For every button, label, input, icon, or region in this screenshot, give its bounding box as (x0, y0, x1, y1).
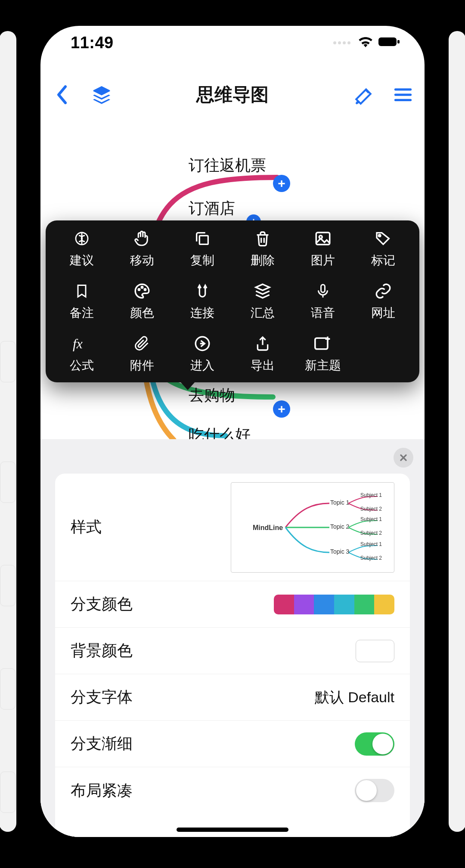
signal-dots-icon (333, 41, 350, 44)
svg-rect-0 (378, 37, 397, 46)
back-button[interactable] (50, 83, 74, 107)
ctx-url[interactable]: 网址 (353, 280, 413, 323)
style-preview: MindLine Topic 1 Topic 2 Topic 3 Subject… (231, 482, 394, 573)
tight-toggle[interactable] (355, 779, 394, 802)
ctx-summary[interactable]: 汇总 (232, 280, 293, 323)
row-label: 背景颜色 (71, 640, 133, 661)
svg-rect-3 (199, 236, 208, 244)
svg-point-7 (138, 289, 140, 291)
paint-brush-button[interactable] (351, 83, 375, 107)
ctx-formula[interactable]: fx 公式 (52, 332, 112, 375)
svg-rect-1 (397, 40, 400, 43)
status-time: 11:49 (71, 34, 114, 52)
picture-icon (313, 229, 332, 248)
home-indicator[interactable] (177, 828, 288, 832)
ctx-copy[interactable]: 复制 (172, 227, 232, 270)
svg-point-8 (141, 287, 143, 288)
branch-color-swatches[interactable] (274, 595, 394, 614)
ctx-delete[interactable]: 删除 (232, 227, 293, 270)
swatch[interactable] (354, 595, 375, 614)
swatch[interactable] (374, 595, 394, 614)
ctx-attach[interactable]: 附件 (112, 332, 172, 375)
row-bg-color[interactable]: 背景颜色 (55, 628, 410, 674)
status-icons (333, 36, 400, 49)
svg-rect-10 (321, 285, 325, 292)
mindmap-node[interactable]: 订往返机票 (189, 155, 266, 176)
row-label: 分支颜色 (71, 594, 133, 615)
arrow-circle-right-icon (193, 334, 212, 353)
row-style[interactable]: 样式 MindLine Topic 1 To (55, 474, 410, 581)
taper-toggle[interactable] (355, 732, 394, 756)
ctx-color[interactable]: 颜色 (112, 280, 172, 323)
row-branch-color[interactable]: 分支颜色 (55, 581, 410, 628)
battery-icon (378, 37, 400, 49)
row-label: 布局紧凑 (71, 780, 133, 801)
hand-icon (133, 229, 152, 248)
ctx-voice[interactable]: 语音 (293, 280, 353, 323)
layers-button[interactable] (90, 83, 114, 107)
wifi-icon (358, 36, 373, 49)
row-label: 分支渐细 (71, 733, 133, 754)
context-menu: 建议 移动 复制 删除 图片 标记 (46, 220, 419, 382)
svg-rect-4 (316, 232, 330, 245)
font-value: 默认 Default (315, 688, 394, 707)
connect-icon (193, 282, 212, 301)
top-nav: 思维导图 (40, 77, 425, 113)
row-branch-font[interactable]: 分支字体 默认 Default (55, 674, 410, 721)
svg-point-6 (378, 235, 381, 237)
status-bar: 11:49 (40, 26, 425, 59)
mindmap-node[interactable]: 去购物 (189, 385, 235, 406)
add-child-button[interactable]: + (273, 400, 290, 418)
tag-icon (374, 229, 393, 248)
svg-text:fx: fx (73, 336, 83, 351)
ctx-newtopic[interactable]: 新主题 (293, 332, 353, 375)
trash-icon (253, 229, 272, 248)
new-topic-icon (313, 334, 332, 353)
row-branch-taper: 分支渐细 (55, 721, 410, 767)
style-sheet: 样式 MindLine Topic 1 To (40, 439, 425, 837)
ctx-mark[interactable]: 标记 (353, 227, 413, 270)
copy-icon (193, 229, 212, 248)
stack-icon (253, 282, 272, 301)
style-card: 样式 MindLine Topic 1 To (55, 474, 410, 837)
ctx-connect[interactable]: 连接 (172, 280, 232, 323)
link-icon (374, 282, 393, 301)
svg-rect-13 (315, 338, 328, 349)
row-layout-tight: 布局紧凑 (55, 767, 410, 814)
row-label: 样式 (71, 517, 102, 538)
svg-point-9 (144, 289, 146, 291)
paperclip-icon (133, 334, 152, 353)
ctx-suggest[interactable]: 建议 (52, 227, 112, 270)
ctx-move[interactable]: 移动 (112, 227, 172, 270)
ctx-image[interactable]: 图片 (293, 227, 353, 270)
menu-button[interactable] (391, 83, 415, 107)
phone-frame: 11:49 思维导图 (40, 26, 425, 837)
ctx-export[interactable]: 导出 (232, 332, 293, 375)
swatch[interactable] (294, 595, 314, 614)
swatch[interactable] (274, 595, 294, 614)
bookmark-icon (72, 282, 91, 301)
page-title: 思维导图 (196, 83, 269, 107)
swatch[interactable] (334, 595, 354, 614)
fx-icon: fx (72, 334, 91, 353)
ctx-enter[interactable]: 进入 (172, 332, 232, 375)
share-export-icon (253, 334, 272, 353)
mindmap-node[interactable]: 订酒店 (189, 198, 235, 219)
bg-color-swatch[interactable] (356, 640, 394, 662)
ai-knot-icon (72, 229, 91, 248)
row-label: 分支字体 (71, 687, 133, 708)
mic-icon (313, 282, 332, 301)
palette-icon (133, 282, 152, 301)
swatch[interactable] (314, 595, 334, 614)
add-child-button[interactable]: + (273, 175, 290, 192)
close-button[interactable] (394, 448, 413, 468)
ctx-note[interactable]: 备注 (52, 280, 112, 323)
